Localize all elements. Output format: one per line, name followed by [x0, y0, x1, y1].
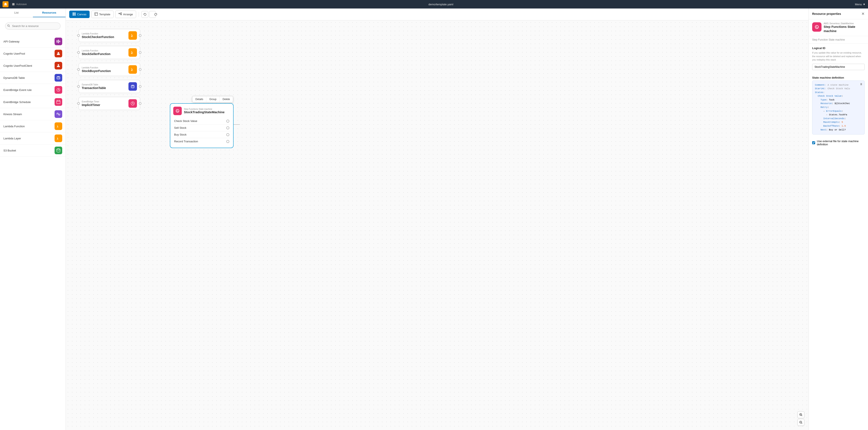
- svg-rect-11: [57, 101, 60, 104]
- external-file-checkbox[interactable]: [812, 141, 815, 144]
- svg-rect-3: [57, 40, 58, 43]
- connector-left: [77, 34, 80, 37]
- dynamodb-node-icon: [128, 82, 137, 91]
- resource-item-s3-bucket[interactable]: S3 Bucket: [0, 144, 66, 156]
- tab-resources[interactable]: Resources: [33, 8, 66, 17]
- svg-rect-22: [95, 12, 98, 16]
- undo-button[interactable]: [142, 11, 148, 18]
- zoom-controls: [798, 411, 804, 426]
- node-stock-seller[interactable]: Lambda Function StockSellerFunction λ: [79, 46, 140, 59]
- cognito-userpoolclient-icon: [55, 62, 62, 69]
- right-panel-header: Resource properties ✕: [809, 8, 868, 19]
- state-buy-stock[interactable]: Buy Stock: [173, 131, 230, 138]
- svg-text:λ: λ: [131, 51, 133, 55]
- resource-item-lambda-function[interactable]: Lambda Function λ: [0, 120, 66, 132]
- eventbridge-event-icon: [55, 86, 62, 94]
- connector-right: [139, 34, 142, 37]
- nodes-column: Lambda Function StockCheckerFunction λ L…: [79, 29, 140, 110]
- node-transaction-table[interactable]: DynamoDB Table TransactionTable: [79, 80, 140, 93]
- rp-code-editor[interactable]: ⏸ Comment: A state machine StartAt: Chec…: [812, 81, 865, 135]
- rp-resource-name: Step Functions State machine: [824, 25, 865, 33]
- canvas-toolbar: Canvas Template Arrange: [66, 8, 809, 20]
- rp-resource-type: AWS::Serverless::StateMachine: [824, 22, 865, 25]
- svg-rect-25: [119, 13, 120, 14]
- connector-left: [77, 51, 80, 54]
- rp-external-file-row: Use external file for state machine defi…: [809, 138, 868, 148]
- sidebar: List Resources API Gateway Cognito UserP…: [0, 8, 66, 430]
- group-button[interactable]: Group: [206, 96, 220, 102]
- resource-item-dynamodb-table[interactable]: DynamoDB Table: [0, 72, 66, 84]
- rp-logical-id-section: Logical ID If you update this value for …: [809, 44, 868, 73]
- sf-machine-icon: [173, 107, 182, 115]
- canvas-content[interactable]: Lambda Function StockCheckerFunction λ L…: [66, 20, 809, 430]
- svg-rect-21: [74, 14, 75, 16]
- svg-text:λ: λ: [57, 125, 59, 128]
- eventbridge-node-icon: [128, 99, 137, 108]
- lambda-node-icon: λ: [128, 31, 137, 40]
- rp-resource-icon: [812, 22, 822, 32]
- resource-item-lambda-layer[interactable]: Lambda Layer λ: [0, 132, 66, 144]
- home-button[interactable]: [3, 1, 8, 7]
- details-button[interactable]: Details: [192, 96, 206, 102]
- template-button[interactable]: Template: [91, 10, 114, 18]
- state-connector: [226, 120, 229, 122]
- state-connector: [226, 133, 229, 136]
- node-stock-buyer[interactable]: Lambda Function StockBuyerFunction λ: [79, 63, 140, 76]
- context-menu: Details Group Delete: [192, 96, 233, 103]
- svg-point-17: [57, 149, 60, 150]
- resource-item-api-gateway[interactable]: API Gateway: [0, 35, 66, 48]
- canvas-connections-svg: [66, 20, 809, 430]
- connector-right: [139, 102, 142, 105]
- logical-id-input[interactable]: [812, 64, 865, 70]
- sf-state-machine-box[interactable]: Details Group Delete Step Functions Stat…: [170, 103, 234, 148]
- connector-left: [77, 85, 80, 88]
- lambda-node-icon: λ: [128, 65, 137, 74]
- node-stock-checker[interactable]: Lambda Function StockCheckerFunction λ: [79, 29, 140, 42]
- canvas-area: Canvas Template Arrange: [66, 8, 809, 430]
- rp-resource-desc: Step Function State machine: [809, 36, 868, 44]
- svg-text:λ: λ: [131, 67, 133, 72]
- connector-left: [77, 68, 80, 71]
- search-input[interactable]: [5, 23, 61, 30]
- api-gateway-icon: [55, 37, 62, 45]
- state-record-transaction[interactable]: Record Transaction: [173, 138, 230, 145]
- resource-item-cognito-userpoolclient[interactable]: Cognito UserPoolClient: [0, 60, 66, 72]
- rp-logical-id-desc: If you update this value for an existing…: [812, 51, 865, 62]
- close-panel-button[interactable]: ✕: [861, 11, 865, 16]
- zoom-out-button[interactable]: [798, 419, 804, 426]
- resource-item-eventbridge-schedule[interactable]: EventBridge Schedule: [0, 96, 66, 108]
- canvas-button[interactable]: Canvas: [69, 10, 90, 18]
- right-panel-title: Resource properties: [812, 12, 841, 16]
- svg-text:λ: λ: [131, 34, 133, 38]
- svg-rect-5: [59, 40, 60, 42]
- sidebar-tabs: List Resources: [0, 8, 66, 18]
- toolbar-separator: [138, 12, 139, 17]
- svg-line-42: [801, 423, 802, 424]
- svg-point-1: [8, 25, 9, 26]
- menu-button[interactable]: Menu ▼: [855, 3, 865, 6]
- resource-item-cognito-userpool[interactable]: Cognito UserPool: [0, 48, 66, 60]
- node-implicit-timer[interactable]: EventBridge Timer ImplicitTimer: [79, 97, 140, 110]
- rp-state-def-label: State machine definition: [812, 76, 865, 79]
- svg-point-8: [58, 64, 59, 65]
- svg-point-34: [131, 85, 134, 86]
- state-connector: [226, 140, 229, 143]
- resource-item-eventbridge-event-rule[interactable]: EventBridge Event rule: [0, 84, 66, 96]
- redo-button[interactable]: [149, 11, 156, 18]
- svg-line-29: [120, 13, 121, 15]
- autosave-indicator: Autosave: [12, 3, 27, 6]
- connector-left: [77, 102, 80, 105]
- svg-rect-20: [73, 14, 74, 16]
- rp-resource-header: AWS::Serverless::StateMachine Step Funct…: [809, 19, 868, 36]
- resource-item-kinesis-stream[interactable]: Kinesis Stream: [0, 108, 66, 120]
- state-check-stock-value[interactable]: Check Stock Value: [173, 118, 230, 124]
- zoom-in-button[interactable]: [798, 411, 804, 418]
- arrange-button[interactable]: Arrange: [115, 10, 136, 18]
- svg-rect-4: [58, 40, 59, 44]
- state-sell-stock[interactable]: Sell Stock: [173, 124, 230, 131]
- tab-list[interactable]: List: [0, 8, 33, 17]
- dynamodb-icon: [55, 74, 62, 82]
- rp-pause-button[interactable]: ⏸: [860, 82, 863, 86]
- delete-button[interactable]: Delete: [220, 96, 233, 102]
- rp-state-def-section: State machine definition ⏸ Comment: A st…: [809, 73, 868, 138]
